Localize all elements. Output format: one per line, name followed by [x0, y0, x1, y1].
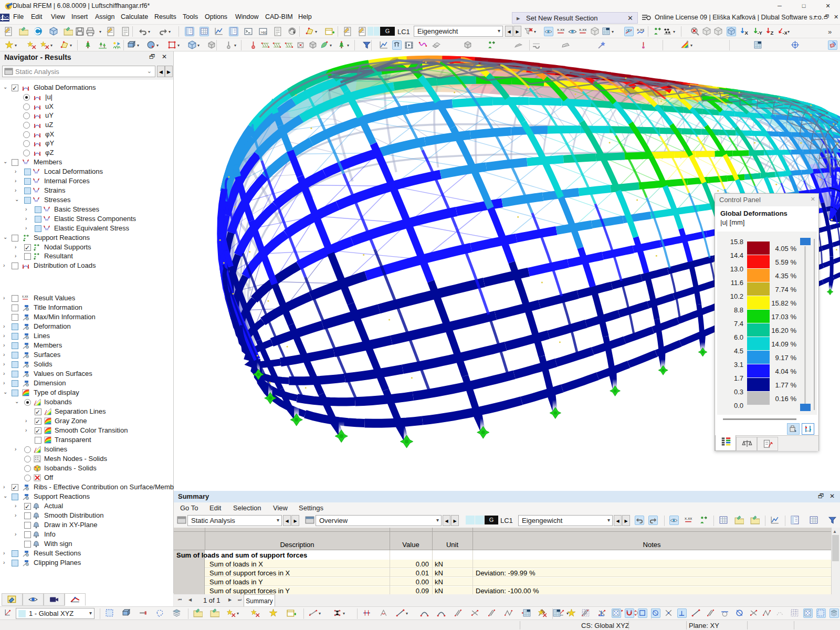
svg-text:x.xx: x.xx — [685, 516, 692, 521]
svg-text:>sc: >sc — [260, 30, 267, 35]
svg-text:X: X — [744, 30, 748, 36]
svg-text:-X: -X — [783, 30, 787, 36]
svg-text:x.xx: x.xx — [579, 27, 586, 32]
svg-text:6: 6 — [7, 4, 9, 9]
svg-text:x.xx: x.xx — [22, 295, 28, 298]
svg-text:Z: Z — [770, 30, 773, 36]
svg-text:-Y: -Y — [757, 30, 762, 36]
svg-text:x.xx: x.xx — [557, 27, 564, 32]
